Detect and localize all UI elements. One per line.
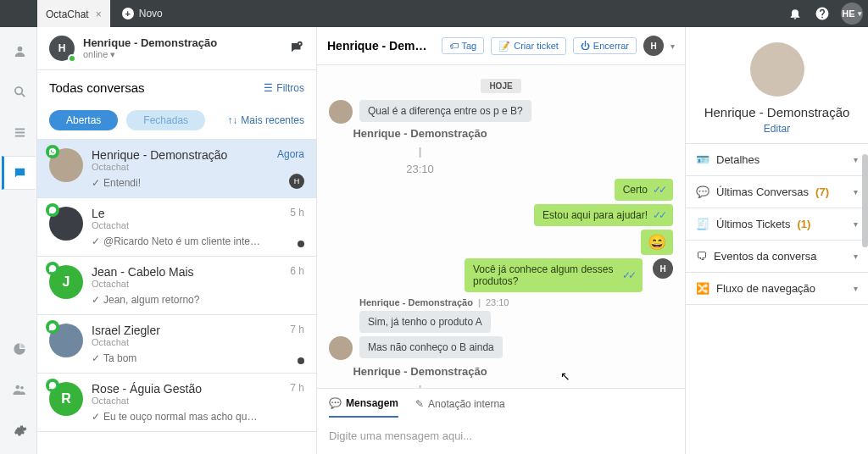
bell-icon[interactable] bbox=[782, 7, 809, 20]
status-dot bbox=[298, 241, 304, 247]
composer: 💬Mensagem ✎Anotação interna Digite uma m… bbox=[317, 388, 685, 454]
share-icon: 🔀 bbox=[696, 282, 709, 295]
filters-button[interactable]: ☰ Filtros bbox=[264, 82, 304, 94]
chevron-down-icon: ▾ bbox=[854, 155, 858, 164]
count-badge: (7) bbox=[815, 185, 829, 198]
check-icon: ✓ bbox=[92, 235, 100, 247]
contact-avatar bbox=[49, 148, 83, 182]
contact-large-avatar bbox=[750, 42, 804, 97]
user-avatar-top[interactable]: HE ▾ bbox=[841, 3, 863, 25]
message-preview: ✓Jean, algum retorno? bbox=[92, 294, 281, 306]
message-in: Sim, já tenho o produto A bbox=[359, 311, 491, 333]
compose-icon[interactable] bbox=[289, 41, 304, 56]
section-nav-flow[interactable]: 🔀 Fluxo de navegação ▾ bbox=[686, 273, 868, 305]
svg-rect-4 bbox=[14, 135, 24, 136]
contact-avatar bbox=[49, 207, 83, 241]
chevron-down-icon: ▾ bbox=[110, 49, 115, 59]
svg-point-1 bbox=[14, 86, 21, 94]
contact-avatar-small bbox=[329, 100, 353, 124]
rail-chat-icon[interactable] bbox=[2, 156, 36, 190]
sender-label: Henrique - Demonstração|23:10 bbox=[329, 127, 511, 175]
help-icon[interactable] bbox=[809, 6, 836, 21]
agent-avatar[interactable]: H bbox=[643, 36, 664, 56]
tag-icon: 🏷 bbox=[449, 41, 459, 51]
chevron-down-icon[interactable]: ▾ bbox=[670, 42, 675, 51]
chat-header: Henrique - Dem… 🏷Tag 📝Criar ticket ⏻Ence… bbox=[317, 27, 685, 65]
contact-avatar: R bbox=[49, 382, 83, 416]
app-tab-label: OctaChat bbox=[46, 8, 89, 20]
current-user-status[interactable]: online ▾ bbox=[83, 49, 281, 60]
note-icon: ✎ bbox=[415, 398, 424, 410]
whatsapp-icon bbox=[46, 203, 59, 217]
conversation-item[interactable]: Henrique - Demonstração Octachat ✓Entend… bbox=[37, 140, 316, 198]
presence-dot bbox=[68, 54, 76, 63]
composer-tab-message[interactable]: 💬Mensagem bbox=[329, 397, 398, 418]
rail-settings-icon[interactable] bbox=[2, 413, 36, 447]
edit-contact-link[interactable]: Editar bbox=[764, 123, 790, 135]
message-in: Mas não conheço o B ainda bbox=[359, 336, 503, 358]
tab-closed[interactable]: Fechadas bbox=[126, 110, 205, 130]
contact-name: Henrique - Demonstração bbox=[92, 148, 269, 162]
scrollbar[interactable] bbox=[862, 154, 868, 247]
sender-label: Henrique - Demonstração|23:10 bbox=[329, 365, 511, 388]
conversation-item[interactable]: J Jean - Cabelo Mais Octachat ✓Jean, alg… bbox=[37, 257, 316, 315]
conversation-scroll[interactable]: Henrique - Demonstração Octachat ✓Entend… bbox=[37, 140, 316, 454]
chevron-down-icon: ▾ bbox=[858, 9, 862, 18]
conversation-item[interactable]: R Rose - Águia Gestão Octachat ✓Eu te ou… bbox=[37, 374, 316, 432]
current-user-row: H Henrique - Demonstração online ▾ bbox=[37, 27, 316, 70]
rail-reports-icon[interactable] bbox=[2, 332, 36, 366]
contact-avatar-small bbox=[329, 336, 353, 360]
app-tab[interactable]: OctaChat × bbox=[37, 0, 110, 27]
comment-icon: 🗨 bbox=[696, 250, 707, 263]
close-chat-button[interactable]: ⏻Encerrar bbox=[573, 37, 637, 54]
chat-panel: Henrique - Dem… 🏷Tag 📝Criar ticket ⏻Ence… bbox=[317, 27, 686, 454]
cursor-icon: ↖ bbox=[560, 369, 570, 383]
section-events[interactable]: 🗨 Eventos da conversa ▾ bbox=[686, 241, 868, 273]
composer-tab-note[interactable]: ✎Anotação interna bbox=[415, 397, 505, 418]
conversation-item[interactable]: Le Octachat ✓@Ricardo Neto é um cliente … bbox=[37, 198, 316, 257]
message-out: 😄 bbox=[641, 230, 673, 255]
sort-button[interactable]: ↑↓ Mais recentes bbox=[227, 114, 304, 126]
section-details[interactable]: 🪪 Detalhes ▾ bbox=[686, 144, 868, 176]
filter-icon: ☰ bbox=[264, 82, 273, 94]
section-last-conversations[interactable]: 💬 Últimas Conversas (7) ▾ bbox=[686, 176, 868, 208]
rail-list-icon[interactable] bbox=[2, 115, 36, 149]
check-icon: ✓ bbox=[92, 352, 100, 364]
messages-scroll[interactable]: HOJE Qual é a diferença entre os p e B? … bbox=[317, 65, 685, 388]
tab-open[interactable]: Abertas bbox=[49, 110, 118, 130]
message-preview: ✓Entendi! bbox=[92, 177, 269, 189]
conversation-time: 6 h bbox=[290, 265, 304, 306]
contact-channel: Octachat bbox=[92, 279, 281, 289]
conversation-item[interactable]: Israel Ziegler Octachat ✓Ta bom 7 h bbox=[37, 315, 316, 374]
current-user-name: Henrique - Demonstração bbox=[83, 36, 281, 49]
svg-point-5 bbox=[16, 385, 20, 390]
conversation-list-panel: H Henrique - Demonstração online ▾ Todas… bbox=[37, 27, 317, 454]
chevron-down-icon: ▾ bbox=[854, 187, 858, 197]
tag-button[interactable]: 🏷Tag bbox=[442, 37, 485, 54]
check-icon: ✓ bbox=[92, 411, 100, 423]
message-preview: ✓Eu te ouço normal mas acho qu… bbox=[92, 411, 281, 423]
section-last-tickets[interactable]: 🧾 Últimos Tickets (1) ▾ bbox=[686, 208, 868, 241]
rail-search-icon[interactable] bbox=[2, 75, 36, 108]
rail-team-icon[interactable] bbox=[2, 373, 36, 407]
count-badge: (1) bbox=[797, 218, 810, 230]
nav-rail bbox=[0, 27, 37, 454]
svg-point-6 bbox=[20, 386, 24, 390]
message-out: Você já conhece algum desses produtos?✓✓ bbox=[465, 258, 643, 292]
new-button[interactable]: + Novo bbox=[110, 8, 175, 19]
rail-profile-icon[interactable] bbox=[2, 34, 36, 68]
chat-icon: 💬 bbox=[696, 185, 709, 198]
current-user-avatar[interactable]: H bbox=[49, 36, 75, 61]
create-ticket-button[interactable]: 📝Criar ticket bbox=[491, 37, 566, 55]
contact-avatar: J bbox=[49, 265, 83, 299]
contact-profile-name: Henrique - Demonstração bbox=[704, 105, 850, 119]
message-in: Qual é a diferença entre os p e B? bbox=[359, 100, 531, 122]
svg-point-0 bbox=[17, 46, 22, 51]
check-icon: ✓ bbox=[92, 177, 100, 189]
close-icon[interactable]: × bbox=[96, 8, 102, 20]
chat-title: Henrique - Dem… bbox=[327, 39, 426, 53]
message-input[interactable]: Digite uma mensagem aqui... bbox=[317, 418, 685, 454]
contact-name: Israel Ziegler bbox=[92, 324, 281, 337]
chevron-down-icon: ▾ bbox=[854, 252, 858, 261]
contact-channel: Octachat bbox=[92, 220, 281, 230]
